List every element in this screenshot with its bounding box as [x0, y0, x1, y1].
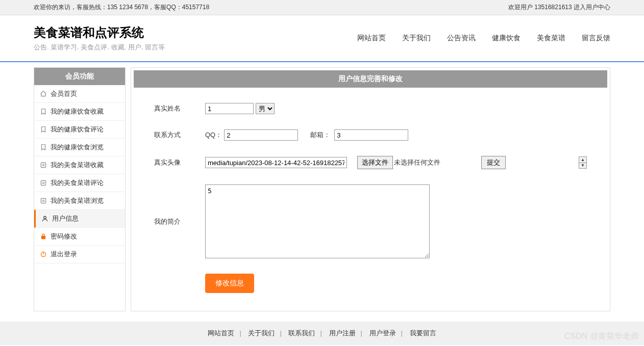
sidebar-item-recipe-comment: 我的美食菜谱评论 — [34, 174, 125, 192]
sidebar-item-userinfo: 用户信息 — [34, 210, 125, 228]
user-icon — [41, 215, 49, 223]
bookmark-icon — [39, 143, 47, 151]
svg-point-9 — [44, 216, 46, 219]
footer-home[interactable]: 网站首页 — [208, 329, 234, 337]
sidebar-item-recipe-view: 我的美食菜谱浏览 — [34, 192, 125, 210]
qq-prefix: QQ： — [205, 130, 222, 140]
topbar-left: 欢迎你的来访，客服热线：135 1234 5678，客服QQ：45157718 — [34, 3, 209, 12]
logo-area: 美食菜谱和点评系统 公告. 菜谱学习. 美食点评. 收藏. 用户. 留言等 — [34, 24, 165, 52]
home-icon — [39, 90, 47, 98]
file-status: 未选择任何文件 — [394, 158, 440, 167]
site-subtitle: 公告. 菜谱学习. 美食点评. 收藏. 用户. 留言等 — [34, 43, 165, 52]
divider — [0, 61, 644, 62]
row-avatar: 真实头像 选择文件 未选择任何文件 提交 ▲▼ — [154, 156, 587, 169]
nav-health[interactable]: 健康饮食 — [492, 34, 521, 43]
header: 美食菜谱和点评系统 公告. 菜谱学习. 美食点评. 收藏. 用户. 留言等 网站… — [34, 15, 610, 61]
lock-icon — [39, 232, 47, 241]
choose-file-button[interactable]: 选择文件 — [357, 156, 393, 169]
sidebar: 会员功能 会员首页 我的健康饮食收藏 我的健康饮食评论 我的健康饮食浏览 我的美… — [34, 67, 126, 311]
nav-home[interactable]: 网站首页 — [357, 34, 386, 43]
site-title: 美食菜谱和点评系统 — [34, 24, 165, 41]
sidebar-item-health-comment: 我的健康饮食评论 — [34, 121, 125, 139]
topbar-right: 欢迎用户 13516821613 进入用户中心 — [508, 3, 610, 12]
stepper[interactable]: ▲▼ — [579, 156, 587, 169]
svg-rect-3 — [41, 180, 45, 185]
contact-label: 联系方式 — [154, 130, 205, 140]
row-contact: 联系方式 QQ： 邮箱： — [154, 129, 587, 141]
svg-rect-6 — [41, 198, 45, 203]
footer-about[interactable]: 关于我们 — [248, 329, 275, 337]
sidebar-item-health-view: 我的健康饮食浏览 — [34, 139, 125, 156]
user-center-link[interactable]: 进入用户中心 — [572, 4, 610, 11]
svg-rect-0 — [41, 163, 45, 167]
realname-input[interactable] — [205, 103, 254, 114]
bookmark-icon — [39, 108, 47, 116]
row-realname: 真实姓名 男 — [154, 103, 587, 114]
email-input[interactable] — [334, 129, 408, 141]
svg-rect-10 — [42, 236, 45, 238]
nav-feedback[interactable]: 留言反馈 — [582, 34, 610, 43]
sidebar-item-password: 密码修改 — [34, 228, 125, 246]
nav-recipe[interactable]: 美食菜谱 — [537, 34, 565, 43]
avatar-submit-button[interactable]: 提交 — [481, 156, 506, 169]
avatar-path-input[interactable] — [205, 157, 347, 168]
sidebar-item-logout: 退出登录 — [34, 246, 125, 263]
footer: 网站首页| 关于我们| 联系我们| 用户注册| 用户登录| 我要留言 — [0, 322, 644, 345]
user-link[interactable]: 13516821613 — [534, 4, 572, 11]
gender-select[interactable]: 男 — [256, 103, 275, 114]
main-panel: 用户信息完善和修改 真实姓名 男 联系方式 QQ： 邮箱： — [131, 67, 610, 311]
footer-contact[interactable]: 联系我们 — [288, 329, 315, 337]
sidebar-item-recipe-fav: 我的美食菜谱收藏 — [34, 156, 125, 174]
avatar-label: 真实头像 — [154, 158, 205, 167]
list-icon — [39, 161, 47, 169]
footer-register[interactable]: 用户注册 — [329, 329, 356, 337]
panel-title: 用户信息完善和修改 — [134, 70, 607, 88]
sidebar-title: 会员功能 — [34, 68, 125, 85]
sidebar-item-home: 会员首页 — [34, 85, 125, 103]
row-bio: 我的简介 5 — [154, 184, 587, 258]
stepper-down-icon[interactable]: ▼ — [579, 163, 586, 169]
power-icon — [39, 250, 47, 258]
list-icon — [39, 179, 47, 187]
bio-textarea[interactable]: 5 — [205, 184, 430, 258]
realname-label: 真实姓名 — [154, 104, 205, 113]
footer-message[interactable]: 我要留言 — [410, 329, 436, 337]
bookmark-icon — [39, 125, 47, 134]
submit-button[interactable]: 修改信息 — [205, 274, 254, 293]
sidebar-item-health-fav: 我的健康饮食收藏 — [34, 103, 125, 121]
footer-login[interactable]: 用户登录 — [369, 329, 396, 337]
stepper-up-icon[interactable]: ▲ — [579, 157, 586, 163]
qq-input[interactable] — [224, 129, 298, 141]
list-icon — [39, 197, 47, 205]
nav-news[interactable]: 公告资讯 — [447, 34, 476, 43]
nav-about[interactable]: 关于我们 — [402, 34, 431, 43]
bio-label: 我的简介 — [154, 217, 205, 226]
email-prefix: 邮箱： — [310, 130, 330, 140]
topbar: 欢迎你的来访，客服热线：135 1234 5678，客服QQ：45157718 … — [0, 0, 644, 15]
main-nav: 网站首页 关于我们 公告资讯 健康饮食 美食菜谱 留言反馈 — [357, 34, 610, 43]
